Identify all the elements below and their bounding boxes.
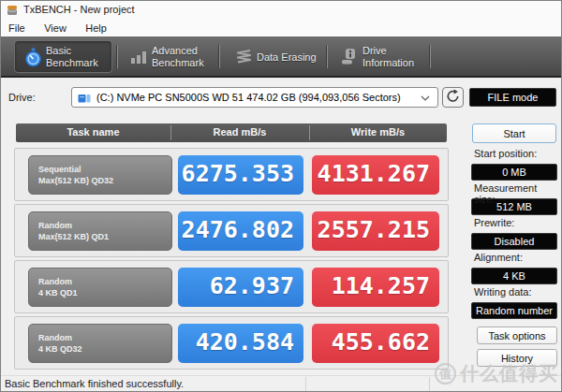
history-button[interactable]: History [477,349,557,367]
task-line2: 4 KB QD1 [38,287,171,298]
header-separator [170,125,171,140]
tab-separator [327,45,328,68]
setting-field: Start position: 0 MB [471,148,557,182]
table-row: Random Max(512 KB) QD1 2476.802 2557.215 [14,204,449,257]
setting-label: Measurement size: [471,182,557,196]
status-bar: Basic Benchmark finished successfully. [1,375,561,391]
task-line2: 4 KB QD32 [38,343,171,355]
setting-value-button[interactable]: Random number [471,302,557,319]
setting-value-button[interactable]: Disabled [471,233,557,250]
status-message: Basic Benchmark finished successfully. [5,378,184,389]
setting-field: Writing data: Random number [471,286,557,321]
tab-label-line1: Drive [362,45,387,56]
task-line1: Random [38,276,171,287]
status-separator [429,377,430,391]
tab-advanced-benchmark[interactable]: Advanced Benchmark [121,40,218,73]
setting-field: Prewrite: Disabled [471,217,557,252]
task-name-pill[interactable]: Random 4 KB QD32 [28,324,172,363]
app-window: TxBENCH - New project File View Help Bas… [0,0,562,392]
menu-bar: File View Help [1,19,561,36]
table-header: Task name Read mB/s Write mB/s [16,123,447,142]
setting-label: Writing data: [471,286,557,300]
write-value-pill: 455.662 [312,324,439,363]
menu-item[interactable]: Help [78,21,114,36]
stopwatch-icon [23,48,43,67]
task-name-pill[interactable]: Random 4 KB QD1 [28,268,172,307]
task-line1: Random [38,220,171,231]
drive-select[interactable]: (C:) NVMe PC SN5000S WD 51 474.02 GB (99… [71,87,438,108]
read-value-pill: 62.937 [178,268,303,307]
tab-label-line2: Benchmark [46,57,98,68]
task-options-button[interactable]: Task options [477,327,557,344]
read-value-pill: 420.584 [178,324,303,363]
tab-label-line1: Basic [46,45,71,56]
tab-label-line1: Advanced [152,45,198,56]
setting-label: Prewrite: [471,217,557,231]
task-name-pill[interactable]: Sequential Max(512 KB) QD32 [28,155,172,195]
task-line1: Sequential [38,164,171,175]
tab-separator [117,45,118,68]
task-line2: Max(512 KB) QD1 [38,231,171,242]
refresh-drives-button[interactable] [442,87,464,108]
write-value-pill: 4131.267 [312,155,439,195]
write-value-pill: 114.257 [312,268,439,307]
setting-field: Alignment: 4 KB [471,252,557,286]
task-line2: Max(512 KB) QD32 [38,175,171,186]
menu-item[interactable]: View [37,21,74,36]
start-button[interactable]: Start [472,123,556,143]
column-header-write: Write mB/s [309,126,447,138]
tab-label-line2: Benchmark [152,57,204,68]
setting-label: Start position: [471,148,557,162]
erase-icon [234,47,254,66]
refresh-icon [446,89,460,103]
setting-value-button[interactable]: 0 MB [471,164,557,181]
setting-value-button[interactable]: 4 KB [471,268,557,284]
table-row: Random 4 KB QD32 420.584 455.662 [14,316,449,370]
menu-item[interactable]: File [1,21,33,36]
tab-separator [430,45,431,68]
tab-label-line2: Information [362,57,414,68]
table-row: Random 4 KB QD1 62.937 114.257 [14,260,449,313]
tab-basic-benchmark[interactable]: Basic Benchmark [14,40,112,73]
tab-drive-information[interactable]: Drive Information [332,40,428,73]
drive-icon [78,93,91,104]
tab-data-erasing[interactable]: Data Erasing [226,40,324,73]
setting-field: Measurement size: 512 MB [471,182,557,217]
app-icon [7,5,18,16]
task-line1: Random [38,332,171,343]
tab-label: Drive Information [362,45,414,69]
results-table: Sequential Max(512 KB) QD32 6275.353 413… [14,148,449,372]
table-row: Sequential Max(512 KB) QD32 6275.353 413… [14,148,449,201]
read-value-pill: 6275.353 [178,155,303,195]
tab-bar: Basic Benchmark Advanced Benchmark Data … [1,36,561,78]
status-separator [305,377,306,391]
title-bar: TxBENCH - New project [1,1,561,19]
settings-panel: Start Start position: 0 MB Measurement s… [471,123,557,370]
tab-label: Data Erasing [257,51,317,63]
tab-label: Basic Benchmark [46,45,98,69]
tab-separator [219,45,220,68]
file-mode-button[interactable]: FILE mode [469,88,556,107]
tab-label: Advanced Benchmark [152,45,204,69]
bar-chart-icon [129,47,149,66]
tab-label-line1: Data Erasing [257,51,317,62]
column-header-read: Read mB/s [170,126,309,138]
read-value-pill: 2476.802 [178,211,303,251]
chevron-down-icon [421,95,430,101]
header-separator [309,125,310,140]
drive-value: (C:) NVMe PC SN5000S WD 51 474.02 GB (99… [96,92,401,103]
write-value-pill: 2557.215 [312,211,439,251]
window-title: TxBENCH - New project [23,4,135,15]
setting-label: Alignment: [471,252,557,266]
drive-label: Drive: [8,92,36,103]
column-header-task: Task name [16,126,170,138]
task-name-pill[interactable]: Random Max(512 KB) QD1 [28,211,172,251]
drive-info-icon [340,47,360,66]
